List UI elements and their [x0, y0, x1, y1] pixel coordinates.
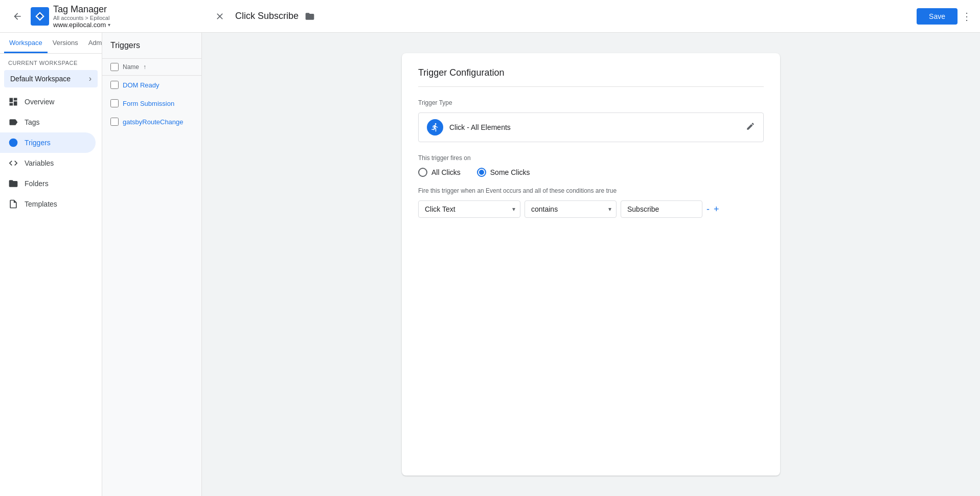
- sort-icon: ↑: [143, 63, 146, 71]
- trigger-type-left: Click - All Elements: [427, 119, 511, 136]
- main-layout: Workspace Versions Admin CURRENT WORKSPA…: [0, 33, 980, 496]
- tags-icon: [8, 117, 18, 127]
- sidebar-item-triggers-label: Triggers: [25, 139, 51, 147]
- trigger-checkbox-gatsby[interactable]: [110, 118, 119, 126]
- condition-field-select[interactable]: Click Text: [418, 200, 520, 218]
- sidebar-item-triggers[interactable]: Triggers: [0, 132, 96, 153]
- svg-point-3: [9, 139, 18, 147]
- radio-circle-all-clicks: [418, 168, 427, 177]
- condition-operator-select[interactable]: contains: [525, 200, 617, 218]
- sidebar-nav: Overview Tags Triggers Variables: [0, 92, 102, 214]
- main-content: Trigger Configuration Trigger Type Click…: [202, 33, 980, 496]
- radio-group: All Clicks Some Clicks: [418, 168, 764, 177]
- sidebar-item-templates-label: Templates: [25, 200, 57, 208]
- trigger-config-card: Trigger Configuration Trigger Type Click…: [402, 53, 780, 476]
- back-button[interactable]: [8, 7, 27, 26]
- account-dropdown-arrow: ▾: [108, 22, 110, 28]
- trigger-checkbox-dom-ready[interactable]: [110, 81, 119, 89]
- select-all-checkbox[interactable]: [110, 63, 119, 71]
- list-item[interactable]: DOM Ready: [102, 76, 201, 94]
- app-name: Tag Manager: [53, 4, 110, 15]
- edit-trigger-type-button[interactable]: [746, 122, 755, 133]
- header-left: Tag Manager All accounts > Epilocal www.…: [8, 4, 202, 29]
- account-url[interactable]: www.epilocal.com ▾: [53, 21, 110, 29]
- trigger-type-label: Trigger Type: [418, 99, 764, 106]
- more-options-button[interactable]: ⋮: [962, 10, 972, 22]
- trigger-checkbox-form-submission[interactable]: [110, 99, 119, 107]
- save-button[interactable]: Save: [917, 8, 958, 25]
- variables-icon: [8, 158, 18, 168]
- condition-value-input[interactable]: [621, 200, 702, 218]
- trigger-type-name: Click - All Elements: [449, 123, 511, 131]
- trigger-list-header: Name ↑: [102, 59, 201, 76]
- condition-row: Click Text contains - +: [418, 200, 764, 218]
- radio-all-clicks[interactable]: All Clicks: [418, 168, 461, 177]
- trigger-link-gatsby[interactable]: gatsbyRouteChange: [123, 118, 184, 126]
- workspace-tabs: Workspace Versions Admin: [0, 33, 102, 54]
- top-header: Tag Manager All accounts > Epilocal www.…: [0, 0, 980, 33]
- tab-workspace[interactable]: Workspace: [4, 33, 48, 53]
- header-title-area: Tag Manager All accounts > Epilocal www.…: [53, 4, 110, 29]
- sidebar-item-overview[interactable]: Overview: [0, 92, 96, 112]
- radio-some-clicks[interactable]: Some Clicks: [477, 168, 530, 177]
- radio-all-clicks-label: All Clicks: [431, 168, 461, 176]
- workspace-chevron-icon: ›: [89, 74, 92, 83]
- templates-icon: [8, 199, 18, 209]
- condition-field-wrapper: Click Text: [418, 200, 520, 218]
- left-sidebar: Workspace Versions Admin CURRENT WORKSPA…: [0, 33, 102, 496]
- overview-icon: [8, 97, 18, 107]
- triggers-panel: Triggers Name ↑ DOM Ready Form Submissio…: [102, 33, 202, 496]
- sidebar-item-templates[interactable]: Templates: [0, 194, 96, 214]
- sidebar-item-folders-label: Folders: [25, 179, 49, 188]
- folder-button[interactable]: [305, 11, 315, 21]
- radio-some-clicks-label: Some Clicks: [490, 168, 530, 176]
- workspace-name: Default Workspace: [10, 75, 71, 83]
- list-item[interactable]: Form Submission: [102, 94, 201, 112]
- radio-dot-some-clicks: [479, 170, 484, 175]
- triggers-icon: [8, 138, 18, 148]
- triggers-panel-title: Triggers: [102, 33, 201, 59]
- fires-on-section: This trigger fires on All Clicks Some Cl…: [418, 154, 764, 177]
- workspace-selector[interactable]: Default Workspace ›: [4, 70, 98, 87]
- folders-icon: [8, 178, 18, 189]
- sidebar-item-folders[interactable]: Folders: [0, 173, 96, 194]
- sidebar-item-variables-label: Variables: [25, 159, 54, 167]
- condition-plus-button[interactable]: +: [714, 205, 719, 214]
- condition-label: Fire this trigger when an Event occurs a…: [418, 187, 764, 194]
- radio-circle-some-clicks: [477, 168, 486, 177]
- list-item[interactable]: gatsbyRouteChange: [102, 112, 201, 131]
- header-right: Save ⋮: [917, 8, 972, 25]
- sidebar-item-tags[interactable]: Tags: [0, 112, 96, 132]
- current-workspace-label: CURRENT WORKSPACE: [0, 54, 102, 68]
- trigger-link-form-submission[interactable]: Form Submission: [123, 100, 174, 107]
- name-column-header: Name: [123, 63, 139, 71]
- sidebar-item-tags-label: Tags: [25, 118, 40, 126]
- gtm-logo: [31, 7, 49, 26]
- sidebar-item-overview-label: Overview: [25, 98, 54, 106]
- sidebar-item-variables[interactable]: Variables: [0, 153, 96, 173]
- click-all-elements-icon: [427, 119, 443, 136]
- header-center: Click Subscribe: [202, 7, 917, 26]
- condition-minus-button[interactable]: -: [706, 205, 710, 214]
- account-breadcrumb: All accounts > Epilocal: [53, 15, 109, 21]
- fires-on-label: This trigger fires on: [418, 154, 764, 162]
- tab-versions[interactable]: Versions: [48, 33, 83, 53]
- card-title: Trigger Configuration: [418, 67, 764, 87]
- trigger-type-row: Click - All Elements: [418, 112, 764, 142]
- trigger-page-title: Click Subscribe: [235, 11, 299, 21]
- condition-operator-wrapper: contains: [525, 200, 617, 218]
- close-button[interactable]: [211, 7, 229, 26]
- trigger-link-dom-ready[interactable]: DOM Ready: [123, 81, 159, 89]
